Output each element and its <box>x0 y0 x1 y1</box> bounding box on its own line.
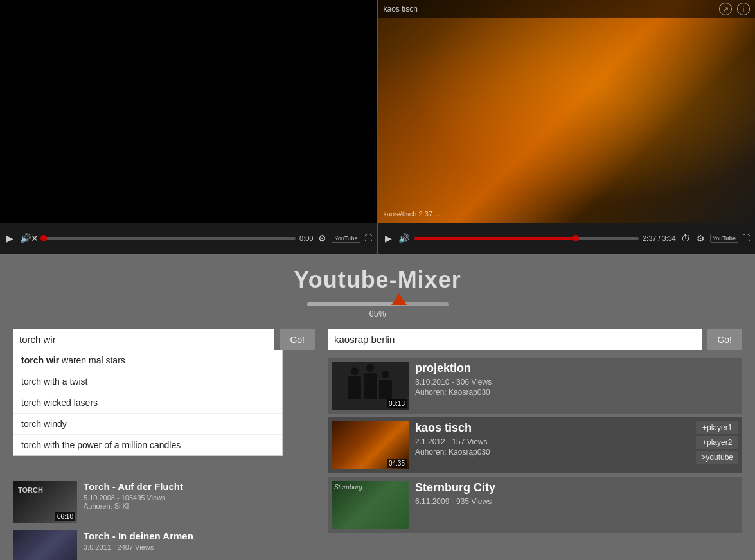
video-players-row: ▶ 🔊✕ 0:00 ⚙ YouTube ⛶ kaos tisch ↗ i kao… <box>0 0 755 254</box>
video-info: kaos tisch 2.1.2012 - 157 Views Auhoren:… <box>415 421 689 458</box>
video-title[interactable]: kaos tisch <box>415 421 689 435</box>
list-item: 06:10 Torch - Auf der Flucht 5.10.2008 -… <box>13 478 315 525</box>
right-volume-button[interactable]: 🔊 <box>397 232 411 245</box>
right-video-watermark: kaos#tisch 2:37 ... <box>384 210 441 218</box>
right-title-bar-icons: ↗ i <box>719 3 750 15</box>
video-title[interactable]: projektion <box>415 362 738 375</box>
left-search-box: Go! torch wir waren mal stars torch with… <box>13 329 315 350</box>
right-video-title: kaos tisch <box>384 4 418 13</box>
left-youtube-logo: YouTube <box>332 234 360 243</box>
mixer-percentage: 65% <box>369 309 386 319</box>
left-go-button[interactable]: Go! <box>280 329 315 350</box>
autocomplete-item[interactable]: torch windy <box>13 414 282 435</box>
right-video-controls: ▶ 🔊 2:37 / 3:34 ⏱ ⚙ YouTube ⛶ <box>378 223 756 254</box>
left-video-player: ▶ 🔊✕ 0:00 ⚙ YouTube ⛶ <box>0 0 378 254</box>
video-action-buttons: +player1 +player2 >youtube <box>696 421 738 464</box>
right-play-button[interactable]: ▶ <box>384 232 393 245</box>
page-title: Youtube-Mixer <box>13 267 742 293</box>
add-player1-button[interactable]: +player1 <box>696 421 738 434</box>
video-info: projektion 3.10.2010 - 306 Views Auhoren… <box>415 362 738 398</box>
mixer-slider-track[interactable] <box>307 302 449 306</box>
video-duration: 03:13 <box>387 399 407 408</box>
left-video-screen <box>0 0 377 223</box>
right-search-input[interactable] <box>328 329 702 350</box>
mixer-slider-fill <box>307 302 399 306</box>
main-content: Youtube-Mixer 65% Go! torch wir waren ma… <box>0 254 755 560</box>
left-video-controls: ▶ 🔊✕ 0:00 ⚙ YouTube ⛶ <box>0 223 377 254</box>
right-progress-bar[interactable] <box>414 237 639 240</box>
right-search-box: Go! <box>328 329 742 350</box>
list-item: Torch - In deinen Armen 3.0.2011 - 2407 … <box>13 528 315 560</box>
mixer-slider-container: 65% <box>13 302 742 319</box>
video-author: Auhoren: Si Kl <box>84 502 315 510</box>
add-player2-button[interactable]: +player2 <box>696 436 738 449</box>
autocomplete-item[interactable]: torch wir waren mal stars <box>13 350 282 371</box>
right-settings-button[interactable]: ⚙ <box>695 232 706 245</box>
projektion-thumbnail-art <box>348 373 392 399</box>
mixer-slider-handle[interactable] <box>391 293 407 305</box>
right-youtube-logo: YouTube <box>710 234 738 243</box>
right-go-button[interactable]: Go! <box>707 329 742 350</box>
right-panel: Go! 03:13 projektion 3.10.20 <box>328 329 742 537</box>
autocomplete-dropdown: torch wir waren mal stars torch with a t… <box>13 350 283 456</box>
video-info: Torch - In deinen Armen 3.0.2011 - 2407 … <box>84 530 315 552</box>
video-date-views: 3.0.2011 - 2407 Views <box>84 543 315 551</box>
video-title[interactable]: Sternburg City <box>415 481 738 494</box>
left-volume-button[interactable]: 🔊✕ <box>19 232 40 245</box>
right-video-screen: kaos tisch ↗ i kaos#tisch 2:37 ... <box>378 0 756 223</box>
autocomplete-item[interactable]: torch with a twist <box>13 371 282 392</box>
right-time-display: 2:37 / 3:34 <box>643 234 676 242</box>
video-duration: 04:35 <box>387 459 407 468</box>
left-video-list: 06:10 Torch - Auf der Flucht 5.10.2008 -… <box>13 478 315 560</box>
right-video-player: kaos tisch ↗ i kaos#tisch 2:37 ... ▶ 🔊 2… <box>378 0 756 254</box>
video-date-views: 3.10.2010 - 306 Views <box>415 378 738 387</box>
info-icon[interactable]: i <box>737 3 750 15</box>
left-time-display: 0:00 <box>299 234 313 242</box>
thumb-wrap[interactable]: 04:35 <box>332 421 409 469</box>
right-video-card-sternburg: Sternburg Sternburg City 6.11.2009 - 935… <box>328 477 742 533</box>
autocomplete-item[interactable]: torch wicked lasers <box>13 392 282 414</box>
video-title[interactable]: Torch - In deinen Armen <box>84 530 315 541</box>
video-author: Auhoren: Kaosrap030 <box>415 388 738 397</box>
video-date-views: 6.11.2009 - 935 Views <box>415 497 738 506</box>
right-time-icon[interactable]: ⏱ <box>680 232 691 245</box>
video-title[interactable]: Torch - Auf der Flucht <box>84 481 315 492</box>
left-play-button[interactable]: ▶ <box>5 232 15 245</box>
left-search-input[interactable] <box>13 329 274 350</box>
thumb-wrap[interactable]: 06:10 <box>13 481 77 523</box>
share-icon[interactable]: ↗ <box>719 3 732 15</box>
video-author: Auhoren: Kaosrap030 <box>415 448 689 457</box>
video-info: Sternburg City 6.11.2009 - 935 Views <box>415 481 738 507</box>
video-thumbnail <box>13 530 77 560</box>
thumb-wrap[interactable]: Sternburg <box>332 481 409 529</box>
open-youtube-button[interactable]: >youtube <box>696 451 738 464</box>
search-results-row: Go! torch wir waren mal stars torch with… <box>13 329 742 560</box>
left-settings-button[interactable]: ⚙ <box>317 232 328 245</box>
right-video-title-bar: kaos tisch ↗ i <box>378 0 756 18</box>
video-info: Torch - Auf der Flucht 5.10.2008 - 10549… <box>84 481 315 511</box>
right-video-card-projektion: 03:13 projektion 3.10.2010 - 306 Views A… <box>328 358 742 414</box>
left-panel: Go! torch wir waren mal stars torch with… <box>13 329 315 560</box>
thumb-wrap[interactable] <box>13 530 77 560</box>
autocomplete-item[interactable]: torch with the power of a million candle… <box>13 435 282 455</box>
left-fullscreen-button[interactable]: ⛶ <box>364 234 372 243</box>
left-progress-bar[interactable] <box>44 237 296 240</box>
right-fullscreen-button[interactable]: ⛶ <box>742 234 750 243</box>
video-date-views: 5.10.2008 - 105495 Views <box>84 494 315 502</box>
thumb-wrap[interactable]: 03:13 <box>332 362 409 410</box>
video-duration: 06:10 <box>55 512 75 521</box>
right-video-card-kaostisch: 04:35 kaos tisch 2.1.2012 - 157 Views Au… <box>328 417 742 473</box>
video-date-views: 2.1.2012 - 157 Views <box>415 437 689 446</box>
